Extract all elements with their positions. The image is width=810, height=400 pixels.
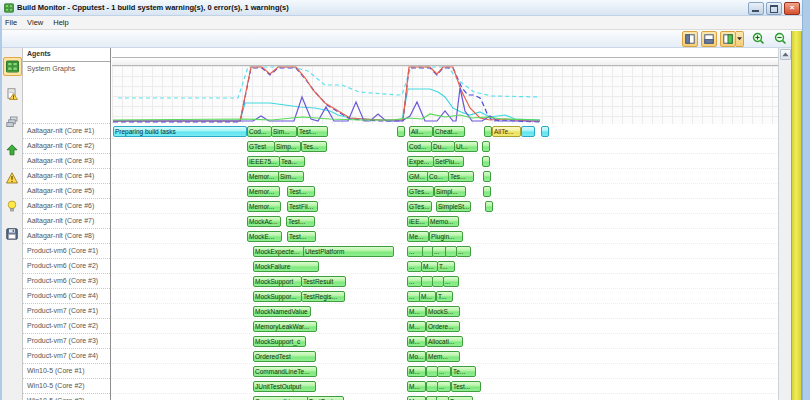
menu-file[interactable]: File xyxy=(0,17,22,28)
task-bar[interactable]: M... xyxy=(407,306,426,317)
task-bar[interactable]: Memor... xyxy=(247,201,281,212)
task-bar[interactable]: Preparing build tasks xyxy=(113,126,247,137)
task-bar[interactable]: Du... xyxy=(431,141,455,152)
task-bar[interactable]: M... xyxy=(421,261,438,272)
agent-row[interactable]: Win10-5 (Core #3) xyxy=(23,394,110,400)
agent-row[interactable]: Aaltagar-nlt (Core #8) xyxy=(23,229,110,244)
task-bar[interactable]: Co... xyxy=(427,171,449,182)
task-bar[interactable]: Test... xyxy=(287,231,316,242)
task-bar[interactable]: Ordere... xyxy=(426,321,460,332)
task-bar[interactable]: Ut... xyxy=(454,141,478,152)
task-bar[interactable]: TestTest... xyxy=(307,396,344,400)
agent-row[interactable]: Product-vm6 (Core #3) xyxy=(23,274,110,289)
agent-row[interactable]: Product-vm7 (Core #4) xyxy=(23,349,110,364)
task-bar[interactable]: TestFil... xyxy=(287,201,318,212)
task-bar[interactable]: M... xyxy=(407,366,426,377)
task-bar[interactable]: Tes... xyxy=(448,171,474,182)
maximize-button[interactable] xyxy=(766,2,782,15)
task-bar[interactable]: Memo... xyxy=(428,216,459,227)
task-bar[interactable]: GTes... xyxy=(407,186,434,197)
agent-row[interactable]: Aaltagar-nlt (Core #1) xyxy=(23,124,110,139)
task-bar[interactable]: GTest xyxy=(247,141,275,152)
task-bar[interactable]: ... xyxy=(437,366,451,377)
agent-row[interactable]: Product-vm6 (Core #2) xyxy=(23,259,110,274)
task-bar[interactable]: M... xyxy=(407,321,426,332)
task-bar[interactable]: AllTe... xyxy=(492,126,521,137)
layout-left-pane-button[interactable] xyxy=(682,31,698,47)
agent-row[interactable]: Win10-5 (Core #1) xyxy=(23,364,110,379)
task-bar-small[interactable] xyxy=(482,156,490,167)
zoom-out-button[interactable] xyxy=(773,31,788,46)
task-bar-small[interactable] xyxy=(485,201,493,212)
task-bar[interactable]: TestResult xyxy=(301,276,346,287)
task-bar[interactable]: ... xyxy=(456,246,471,257)
task-bar[interactable]: Test... xyxy=(451,381,481,392)
task-bar[interactable]: MockNamedValue xyxy=(253,306,311,317)
task-bar[interactable]: MockAc... xyxy=(247,216,281,227)
build-queue-icon[interactable] xyxy=(3,112,22,131)
system-graphs-row[interactable]: System Graphs xyxy=(23,62,110,124)
task-bar[interactable]: Allocati... xyxy=(426,336,463,347)
task-bar-small[interactable] xyxy=(541,126,549,137)
task-bar[interactable]: ... xyxy=(443,276,459,287)
task-bar[interactable]: Mo... xyxy=(407,351,426,362)
task-bar[interactable]: TestRegis... xyxy=(301,291,345,302)
agent-row[interactable]: Product-vm7 (Core #3) xyxy=(23,334,110,349)
task-bar[interactable]: ... xyxy=(407,261,422,272)
agent-row[interactable]: Aaltagar-nlt (Core #4) xyxy=(23,169,110,184)
task-bar[interactable]: SetPlu... xyxy=(433,156,464,167)
task-bar[interactable]: M... xyxy=(407,396,426,400)
task-bar[interactable]: Cod... xyxy=(247,126,272,137)
agent-row[interactable]: Product-vm6 (Core #1) xyxy=(23,244,110,259)
menu-help[interactable]: Help xyxy=(48,17,73,28)
build-monitor-icon[interactable] xyxy=(3,57,22,76)
task-bar[interactable]: Sim... xyxy=(271,126,297,137)
task-bar[interactable]: Tea... xyxy=(279,156,305,167)
menu-view[interactable]: View xyxy=(22,17,48,28)
agent-row[interactable]: Aaltagar-nlt (Core #7) xyxy=(23,214,110,229)
task-bar[interactable]: Te... xyxy=(448,396,473,400)
warnings-icon[interactable] xyxy=(3,168,22,187)
agent-row[interactable]: Aaltagar-nlt (Core #5) xyxy=(23,184,110,199)
task-bar[interactable]: OrderedTest xyxy=(253,351,316,362)
save-icon[interactable] xyxy=(3,224,22,243)
close-button[interactable]: × xyxy=(784,2,800,15)
zoom-in-button[interactable] xyxy=(751,31,766,46)
minimize-button[interactable] xyxy=(748,2,764,15)
agent-row[interactable]: Win10-5 (Core #2) xyxy=(23,379,110,394)
task-bar[interactable]: MockExpecte... xyxy=(253,246,306,257)
task-bar[interactable]: T... xyxy=(437,261,455,272)
task-bar[interactable]: ... xyxy=(407,276,422,287)
task-bar[interactable]: IEEE75... xyxy=(247,156,280,167)
task-bar[interactable]: MockSupport xyxy=(253,276,302,287)
agent-row[interactable]: Product-vm7 (Core #2) xyxy=(23,319,110,334)
task-bar-small[interactable] xyxy=(521,126,535,137)
agent-row[interactable]: Aaltagar-nlt (Core #2) xyxy=(23,139,110,154)
agent-row[interactable]: Aaltagar-nlt (Core #3) xyxy=(23,154,110,169)
task-bar[interactable]: Te... xyxy=(451,366,476,377)
scroll-up-button[interactable] xyxy=(780,49,791,60)
task-bar[interactable]: Expe... xyxy=(407,156,434,167)
task-bar[interactable]: Test... xyxy=(297,126,328,137)
task-bar[interactable]: MockE... xyxy=(247,231,282,242)
task-bar[interactable]: ... xyxy=(437,381,451,392)
task-bar[interactable]: UtestPlatform xyxy=(303,246,394,257)
task-bar[interactable]: JUnitTestOutput xyxy=(253,381,316,392)
task-bar[interactable]: M... xyxy=(419,291,436,302)
task-bar[interactable]: Test... xyxy=(286,216,315,227)
task-bar[interactable]: GTes... xyxy=(407,201,432,212)
layout-green-pane-button[interactable] xyxy=(720,31,736,47)
task-bar[interactable]: Mem... xyxy=(426,351,460,362)
task-bar[interactable]: Simpl... xyxy=(434,186,466,197)
task-bar[interactable]: Plugin... xyxy=(429,231,463,242)
build-system-warnings-icon[interactable] xyxy=(3,84,22,103)
task-bar[interactable]: MockS... xyxy=(426,306,460,317)
task-bar[interactable]: Test... xyxy=(287,186,315,197)
task-bar-small[interactable] xyxy=(397,126,405,137)
agent-row[interactable]: Aaltagar-nlt (Core #6) xyxy=(23,199,110,214)
task-bar[interactable]: All... xyxy=(409,126,433,137)
task-bar[interactable]: M... xyxy=(407,336,426,347)
task-bar[interactable]: Simp... xyxy=(274,141,301,152)
layout-bottom-pane-button[interactable] xyxy=(701,31,717,47)
task-bar[interactable]: Memor... xyxy=(247,186,280,197)
